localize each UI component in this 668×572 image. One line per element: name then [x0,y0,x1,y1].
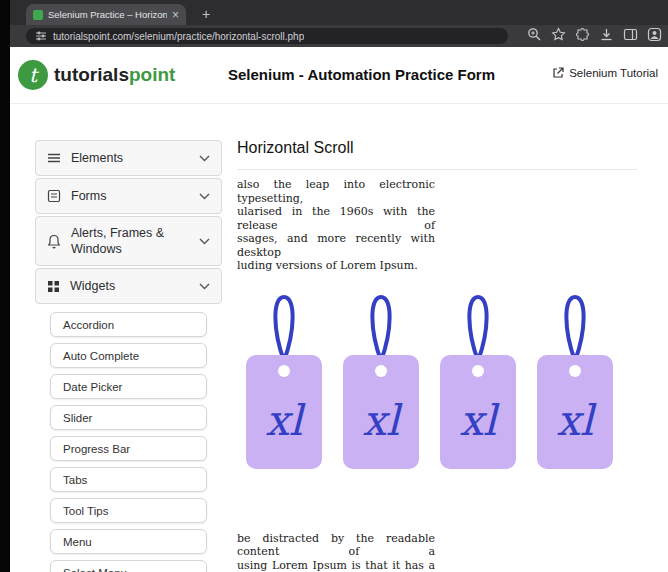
text-line: also the leap into electronic typesettin… [237,178,435,205]
tags-row: xl xl xl [243,293,637,481]
widget-item-label: Progress Bar [63,443,130,455]
toolbar-actions [527,27,662,42]
tag-label: xl [459,396,500,445]
text-line: be distracted by the readable content of… [237,532,435,559]
sidebar-section-alerts-frames-windows[interactable]: Alerts, Frames & Windows [35,216,222,266]
widget-item-label: Tool Tips [63,505,108,517]
chevron-down-icon [199,193,210,200]
bell-icon [47,234,61,249]
new-tab-button[interactable]: + [196,4,216,24]
download-icon[interactable] [599,27,614,42]
widget-item-date-picker[interactable]: Date Picker [50,374,207,399]
widget-item-label: Menu [63,536,92,548]
section-label: Elements [71,150,189,166]
sidebar-section-widgets[interactable]: Widgets [35,268,222,304]
logo-icon: t [18,60,48,90]
site-settings-icon[interactable] [35,30,47,42]
scroll-paragraph-bottom[interactable]: be distracted by the readable content of… [237,532,435,572]
extensions-icon[interactable] [575,27,590,42]
price-tag-image: xl [437,293,519,481]
widget-item-label: Slider [63,412,92,424]
tutorial-link-label: Selenium Tutorial [569,67,658,79]
chevron-down-icon [199,283,210,290]
profile-avatar-icon[interactable] [647,27,662,42]
screen: Selenium Practice – Horizont × + tutoria… [0,0,668,572]
form-icon [47,189,61,203]
tab-close-icon[interactable]: × [172,9,179,21]
logo-wordmark: tutorialspoint [54,64,175,86]
widget-item-label: Select Menu [63,567,127,572]
section-label: Widgets [70,278,189,294]
sidebar-panel-icon[interactable] [623,27,638,42]
tab-strip: Selenium Practice – Horizont × + [10,0,668,25]
text-line: ssages, and more recently with desktop [237,232,435,259]
text-line: luding versions of Lorem Ipsum. [237,259,435,273]
tag-label: xl [556,396,597,445]
main-content: Horizontal Scroll also the leap into ele… [237,139,637,572]
browser-tab[interactable]: Selenium Practice – Horizont × [26,4,186,25]
grid-icon [47,280,60,293]
site-header: t tutorialspoint Selenium - Automation P… [10,47,668,104]
sidebar-section-elements[interactable]: Elements [35,140,222,176]
url-text: tutorialspoint.com/selenium/practice/hor… [53,31,304,42]
address-bar[interactable]: tutorialspoint.com/selenium/practice/hor… [26,28,508,44]
widget-item-tabs[interactable]: Tabs [50,467,207,492]
widget-item-progress-bar[interactable]: Progress Bar [50,436,207,461]
tab-favicon [33,10,43,20]
widget-list: Accordion Auto Complete Date Picker Slid… [35,312,222,572]
page-title: Selenium - Automation Practice Form [228,66,495,83]
widget-item-label: Auto Complete [63,350,139,362]
price-tag-image: xl [534,293,616,481]
text-line: ularised in the 1960s with the release o… [237,205,435,232]
price-tag-image: xl [243,293,325,481]
tag-label: xl [265,396,306,445]
widget-item-accordion[interactable]: Accordion [50,312,207,337]
text-line: using Lorem Ipsum is that it has a more- [237,559,435,572]
bookmark-star-icon[interactable] [551,27,566,42]
external-link-icon [552,67,564,79]
selenium-tutorial-link[interactable]: Selenium Tutorial [552,67,658,79]
widget-item-tool-tips[interactable]: Tool Tips [50,498,207,523]
tab-title: Selenium Practice – Horizont [48,9,167,20]
browser-window: Selenium Practice – Horizont × + tutoria… [10,0,668,572]
section-label: Forms [71,188,189,204]
widget-item-menu[interactable]: Menu [50,529,207,554]
chevron-down-icon [199,155,210,162]
tutorialspoint-logo[interactable]: t tutorialspoint [18,60,175,90]
widget-item-slider[interactable]: Slider [50,405,207,430]
heading-divider [237,169,637,170]
scroll-paragraph-top[interactable]: also the leap into electronic typesettin… [237,178,435,273]
widget-item-auto-complete[interactable]: Auto Complete [50,343,207,368]
chevron-down-icon [199,238,210,245]
sidebar: Elements Forms [35,140,222,572]
widget-item-select-menu[interactable]: Select Menu [50,560,207,572]
widget-item-label: Tabs [63,474,87,486]
widget-item-label: Date Picker [63,381,122,393]
zoom-icon[interactable] [527,27,542,42]
tag-label: xl [362,396,403,445]
price-tag-image: xl [340,293,422,481]
section-label: Alerts, Frames & Windows [71,225,189,258]
widget-item-label: Accordion [63,319,114,331]
sidebar-section-forms[interactable]: Forms [35,178,222,214]
page: t tutorialspoint Selenium - Automation P… [10,47,668,572]
content-heading: Horizontal Scroll [237,139,637,157]
list-icon [47,151,61,165]
